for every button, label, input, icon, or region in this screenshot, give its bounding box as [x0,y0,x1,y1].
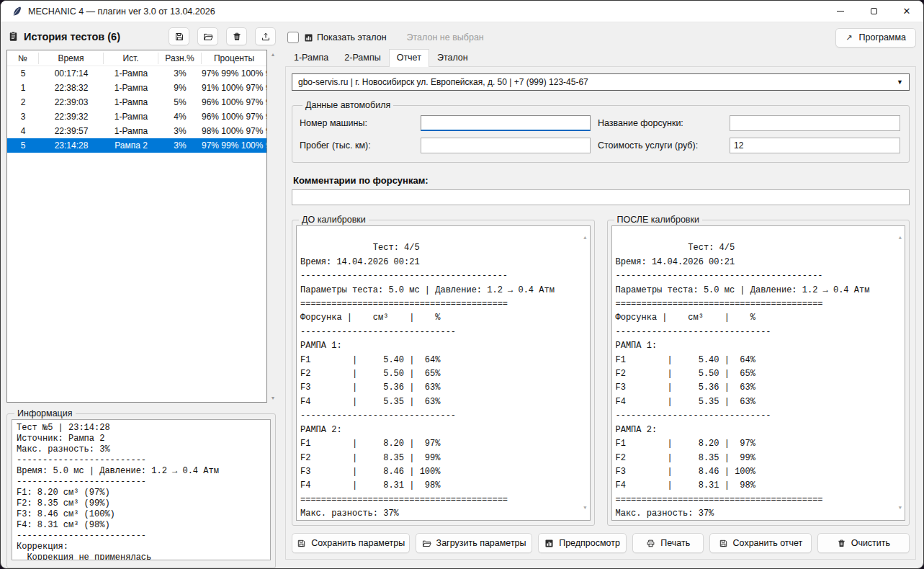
tab-1-rampa[interactable]: 1-Рампа [286,49,336,66]
show-reference-label[interactable]: Показать эталон [317,32,387,42]
app-window: MECHANIC 4 — плагин ver 3.0 от 13.04.202… [0,0,924,569]
column-header-percents[interactable]: Проценты [202,53,266,64]
chart-preview-icon [544,539,554,548]
injector-name-label: Название форсунки: [591,118,730,128]
cell-source: 1-Рампа [104,68,158,79]
load-history-button[interactable] [197,27,218,45]
table-row[interactable]: 5 00:17:14 1-Рампа 3% 97% 99% 100% 98% [7,66,266,81]
cell-time: 22:39:57 [39,126,104,136]
load-parameters-button[interactable]: Загрузить параметры [416,533,531,553]
save-icon [297,539,306,548]
column-header-diff[interactable]: Разн.% [158,53,202,64]
report-panel: Показать эталон Эталон не выбран ↗ Прогр… [282,22,923,568]
save-history-button[interactable] [169,27,189,45]
print-button[interactable]: Печать [632,533,704,553]
column-header-source[interactable]: Ист. [104,53,158,64]
scroll-up-icon[interactable]: ▲ [899,231,902,245]
comments-label: Комментарии по форсункам: [292,175,910,186]
history-table: № Время Ист. Разн.% Проценты 5 00:17:14 … [6,50,279,403]
before-calibration-title: ДО калибровки [299,215,369,225]
cell-num: 1 [7,83,39,93]
cell-source: 1-Рампа [104,112,158,122]
scroll-up-icon[interactable]: ▲ [583,231,586,245]
table-row[interactable]: 4 22:39:57 1-Рампа 3% 98% 100% 97% 97% [7,124,266,138]
table-row[interactable]: 1 22:38:32 1-Рампа 9% 91% 100% 97% 95% [7,81,266,95]
column-header-time[interactable]: Время [39,53,104,64]
button-label: Печать [660,538,690,548]
cell-num: 3 [7,112,39,122]
cell-percents: 97% 99% 100% 98% [202,140,266,151]
table-row[interactable]: 2 22:39:03 1-Рампа 5% 96% 100% 97% 95% [7,95,266,109]
export-icon [261,32,271,42]
maximize-icon [871,8,877,14]
injector-name-field[interactable] [730,115,900,131]
preview-button[interactable]: Предпросмотр [538,533,627,553]
history-table-header: № Время Ист. Разн.% Проценты [7,50,266,66]
program-button[interactable]: ↗ Программа [835,28,916,48]
service-select[interactable]: gbo-servis.ru | г. Новосибирск ул. Европ… [292,73,910,91]
maximize-button[interactable] [857,1,890,22]
history-scrollbar[interactable]: ▲ ▼ [267,50,279,403]
scroll-down-icon[interactable]: ▼ [271,395,276,400]
cell-time: 23:14:28 [39,140,104,151]
cell-diff: 3% [158,140,202,151]
button-label: Загрузить параметры [436,538,526,548]
cell-num: 5 [7,140,39,151]
delete-history-button[interactable] [226,27,247,45]
cell-time: 22:39:03 [39,97,104,107]
mileage-field[interactable] [421,138,591,153]
save-icon [174,32,184,42]
cell-diff: 3% [158,126,202,136]
table-row[interactable]: 3 22:39:32 1-Рампа 4% 96% 100% 97% 97% [7,109,266,124]
cell-source: Рампа 2 [104,140,158,151]
open-folder-icon [203,32,213,42]
close-icon: ✕ [903,6,911,16]
tab-otchet[interactable]: Отчет [389,49,429,67]
chevron-down-icon: ▼ [897,79,903,86]
cell-percents: 96% 100% 97% 97% [202,112,266,122]
car-data-groupbox: Данные автомобиля Номер машины: Название… [292,100,910,163]
clear-button[interactable]: Очистить [817,533,910,553]
after-calibration-report[interactable]: Тест: 4/5 Время: 14.04.2026 00:21 ------… [611,225,906,521]
export-history-button[interactable] [255,27,276,45]
scroll-down-icon[interactable]: ▼ [899,501,902,515]
cell-percents: 91% 100% 97% 95% [202,83,266,93]
cell-num: 4 [7,126,39,136]
history-panel: История тестов (6) № Врем [1,22,282,568]
scroll-down-icon[interactable]: ▼ [583,501,586,515]
tab-strip: 1-Рампа 2-Рампы Отчет Эталон [285,49,916,66]
cell-diff: 9% [158,83,202,93]
car-data-title: Данные автомобиля [302,100,393,110]
comments-field[interactable] [292,189,910,205]
button-label: Очистить [851,538,890,548]
close-button[interactable]: ✕ [890,1,923,22]
history-title: История тестов (6) [24,31,120,42]
table-row-selected[interactable]: 5 23:14:28 Рампа 2 3% 97% 99% 100% 98% [7,138,266,153]
service-select-value: gbo-servis.ru | г. Новосибирск ул. Европ… [298,77,588,87]
save-report-button[interactable]: Сохранить отчет [709,533,812,553]
column-header-num[interactable]: № [7,53,39,64]
info-text: Тест №5 | 23:14:28 Источник: Рампа 2 Мак… [12,419,271,560]
mileage-label: Пробег (тыс. км): [300,140,421,151]
cell-source: 1-Рампа [104,83,158,93]
after-report-text: Тест: 4/5 Время: 14.04.2026 00:21 ------… [616,243,870,521]
clipboard-icon [8,31,19,42]
info-title: Информация [14,408,76,418]
tab-2-rampy[interactable]: 2-Рампы [336,49,388,66]
after-calibration-title: ПОСЛЕ калибровки [614,215,702,225]
after-calibration-groupbox: ПОСЛЕ калибровки Тест: 4/5 Время: 14.04.… [607,215,910,526]
minimize-button[interactable] [824,1,857,22]
minimize-icon [837,11,844,12]
service-cost-field[interactable] [730,138,900,153]
info-groupbox: Информация Тест №5 | 23:14:28 Источник: … [6,408,276,568]
window-title: MECHANIC 4 — плагин ver 3.0 от 13.04.202… [28,6,215,17]
action-buttons: Сохранить параметры Загрузить параметры … [292,533,910,553]
open-folder-icon [422,539,431,548]
scroll-up-icon[interactable]: ▲ [271,52,276,57]
car-number-field[interactable] [421,115,591,131]
cell-percents: 98% 100% 97% 97% [202,126,266,136]
save-parameters-button[interactable]: Сохранить параметры [292,533,410,553]
before-calibration-report[interactable]: Тест: 4/5 Время: 14.04.2026 00:21 ------… [296,225,591,521]
tab-etalon[interactable]: Эталон [429,49,476,66]
show-reference-checkbox[interactable] [287,32,299,43]
